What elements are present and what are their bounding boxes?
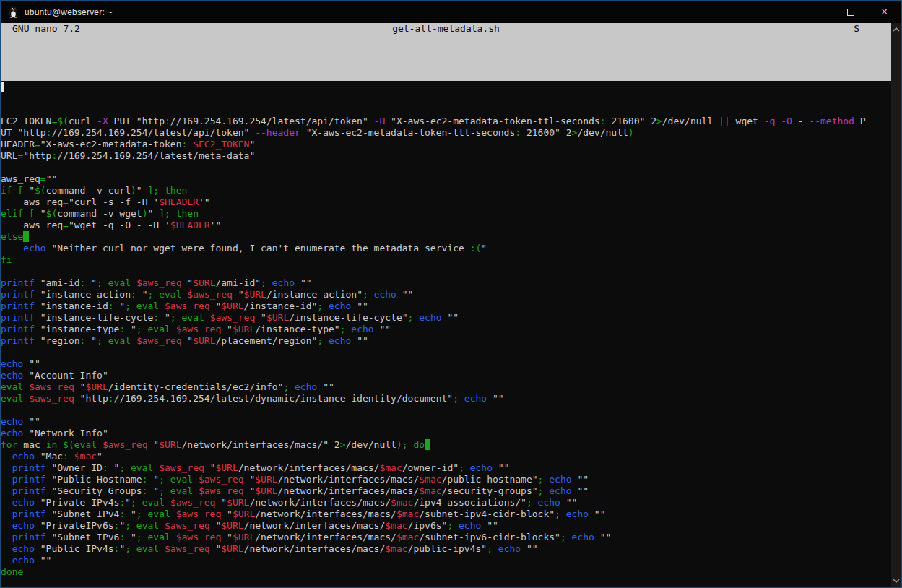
code-line[interactable]: if [ "$(command -v curl)" ]; then	[1, 185, 891, 196]
code-line[interactable]: aws_req=""	[1, 173, 891, 185]
tux-icon	[8, 6, 19, 18]
code-line[interactable]: fi	[1, 254, 891, 266]
scrollbar[interactable]	[891, 23, 901, 587]
code-line[interactable]: printf "Security Groups: "; eval $aws_re…	[1, 485, 891, 497]
code-line[interactable]: eval $aws_req "http://169.254.169.254/la…	[1, 393, 891, 405]
code-line[interactable]: printf "instance-action: "; eval $aws_re…	[1, 289, 891, 301]
window-title: ubuntu@webserver: ~	[25, 7, 113, 17]
code-line[interactable]	[1, 405, 891, 416]
code-line[interactable]: printf "region: "; eval $aws_req "$URL/p…	[1, 335, 891, 347]
cursor	[1, 82, 4, 92]
code-line[interactable]: echo "PrivateIPv6s:"; eval $aws_req "$UR…	[1, 520, 891, 532]
maximize-icon	[847, 9, 854, 16]
code-line[interactable]: else	[1, 231, 891, 243]
terminal-window: ubuntu@webserver: ~ ✕ GNU nano 7.2 get-a…	[0, 0, 902, 588]
code-line[interactable]: aws_req="curl -s -f -H '$HEADER'"	[1, 196, 891, 208]
code-line[interactable]: for mac in $(eval $aws_req "$URL/network…	[1, 439, 891, 451]
code-line[interactable]: echo "Private IPv4s:"; eval $aws_req "$U…	[1, 497, 891, 509]
nano-state-flag: S	[854, 23, 859, 35]
close-icon: ✕	[881, 8, 888, 16]
code-line[interactable]: printf "Public Hostname: "; eval $aws_re…	[1, 474, 891, 485]
code-line[interactable]: printf "instance-type: "; eval $aws_req …	[1, 324, 891, 335]
code-line[interactable]: eval $aws_req "$URL/identity-credentials…	[1, 381, 891, 393]
code-line[interactable]: printf "Owner ID: "; eval $aws_req "$URL…	[1, 462, 891, 474]
code-line[interactable]: echo ""	[1, 358, 891, 370]
code-line[interactable]: echo "Neither curl nor wget were found, …	[1, 243, 891, 254]
nano-filename: get-all-metadata.sh	[1, 23, 891, 35]
code-line[interactable]: echo "Public IPv4s:"; eval $aws_req "$UR…	[1, 543, 891, 555]
minimize-icon	[813, 12, 820, 12]
window-controls: ✕	[799, 1, 901, 23]
code-line[interactable]: UT "http://169.254.169.254/latest/api/to…	[1, 127, 891, 139]
code-line[interactable]	[1, 266, 891, 277]
window-titlebar: ubuntu@webserver: ~ ✕	[1, 1, 901, 23]
maximize-button[interactable]	[833, 1, 867, 23]
nano-header: GNU nano 7.2 get-all-metadata.sh S	[1, 23, 891, 81]
code-line[interactable]: EC2_TOKEN=$(curl -X PUT "http://169.254.…	[1, 116, 891, 127]
code-line[interactable]	[1, 578, 891, 588]
code-line[interactable]: printf "instance-id: "; eval $aws_req "$…	[1, 301, 891, 312]
code-line[interactable]: printf "Subnet IPv6: "; eval $aws_req "$…	[1, 532, 891, 543]
editor-area[interactable]: EC2_TOKEN=$(curl -X PUT "http://169.254.…	[1, 81, 891, 588]
minimize-button[interactable]	[799, 1, 833, 23]
code-line[interactable]: printf "Subnet IPv4: "; eval $aws_req "$…	[1, 509, 891, 520]
close-button[interactable]: ✕	[867, 1, 901, 23]
chevron-down-icon	[893, 579, 900, 583]
code-line[interactable]: printf "ami-id: "; eval $aws_req "$URL/a…	[1, 277, 891, 289]
code-line[interactable]: aws_req="wget -q -O - -H '$HEADER'"	[1, 220, 891, 231]
code-line[interactable]: HEADER="X-aws-ec2-metadata-token: $EC2_T…	[1, 139, 891, 150]
code-line[interactable]: URL="http://169.254.169.254/latest/meta-…	[1, 150, 891, 162]
code-line[interactable]: echo ""	[1, 416, 891, 428]
scroll-down-button[interactable]	[892, 578, 901, 584]
code-line[interactable]	[1, 162, 891, 173]
code-line[interactable]: printf "instance-life-cycle: "; eval $aw…	[1, 312, 891, 324]
scroll-up-button[interactable]	[892, 27, 901, 33]
code-line[interactable]: echo "Account Info"	[1, 370, 891, 381]
code-line[interactable]: echo "Network Info"	[1, 428, 891, 439]
code-line[interactable]: elif [ "$(command -v wget)" ]; then	[1, 208, 891, 220]
code-line[interactable]	[1, 347, 891, 358]
chevron-up-icon	[893, 27, 900, 32]
code-line[interactable]: done	[1, 566, 891, 578]
code-line[interactable]: echo "Mac: $mac"	[1, 451, 891, 462]
code-line[interactable]: echo ""	[1, 555, 891, 566]
